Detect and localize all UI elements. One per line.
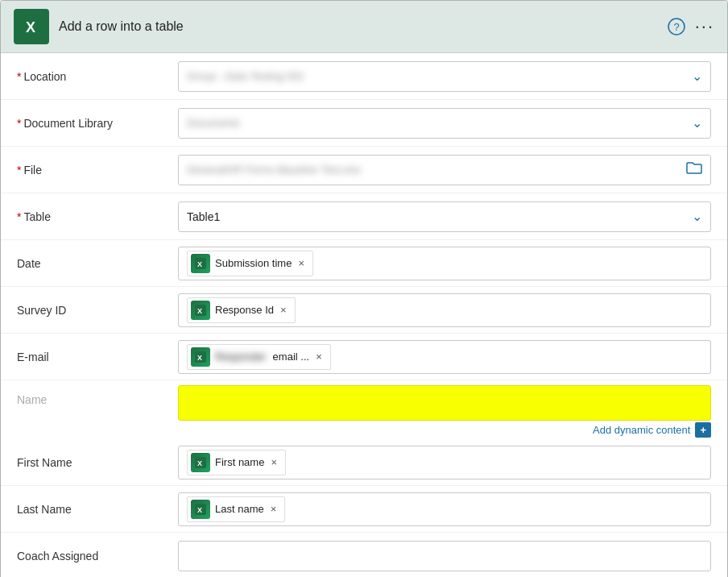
last-name-tag-icon: X [191,500,210,519]
file-value: General/HR Forms Baseline Test.xlsx [187,164,361,176]
svg-text:X: X [197,307,202,315]
date-tag-close[interactable]: × [298,257,304,269]
last-name-tag: X Last name × [187,496,285,522]
location-label: *Location [17,70,178,83]
email-tag: X Responder email ... × [187,344,331,370]
first-name-tag-close[interactable]: × [271,456,277,468]
name-label: Name [17,385,178,406]
table-required: * [17,210,21,223]
content: *Location Group - Data Testing 001 ⌄ *Do… [1,53,727,577]
date-field[interactable]: X Submission time × [178,247,711,280]
excel-icon: X [14,9,49,44]
add-dynamic-button[interactable]: + [695,422,711,438]
first-name-row: First Name X First name × [1,439,727,486]
first-name-tag-label: First name [215,456,264,468]
coach-assigned-field[interactable] [178,541,711,571]
last-name-label: Last Name [17,503,178,516]
document-library-label: *Document Library [17,117,178,130]
table-field[interactable]: Table1 ⌄ [178,201,711,232]
email-row: E-mail X Responder email ... × [1,334,727,380]
first-name-label: First Name [17,456,178,469]
email-label: E-mail [17,351,178,363]
coach-assigned-row: Coach Assigned [1,533,727,577]
svg-text:X: X [197,354,202,362]
location-required: * [17,70,21,83]
last-name-field[interactable]: X Last name × [178,492,711,526]
survey-id-row: Survey ID X Response Id × [1,287,727,334]
file-folder-icon[interactable] [686,160,702,179]
document-library-field[interactable]: Documents ⌄ [178,108,711,139]
survey-id-tag-close[interactable]: × [280,304,287,316]
file-field[interactable]: General/HR Forms Baseline Test.xlsx [178,155,711,185]
document-library-value: Documents [187,117,240,129]
header-title: Add a row into a table [59,19,184,34]
add-dynamic-row: Add dynamic content + [1,421,727,439]
header-left: X Add a row into a table [14,9,184,44]
add-dynamic-content-link[interactable]: Add dynamic content [593,424,690,436]
survey-id-tag-label: Response Id [215,304,274,316]
table-value: Table1 [187,210,220,223]
date-tag-label: Submission time [215,257,292,269]
email-tag-prefix: Responder [215,351,267,363]
header: X Add a row into a table ? ··· [1,1,727,53]
name-field[interactable] [178,385,711,421]
survey-id-field[interactable]: X Response Id × [178,293,711,327]
help-icon[interactable]: ? [668,18,685,35]
file-required: * [17,164,21,176]
svg-text:X: X [197,459,202,467]
table-row: *Table Table1 ⌄ [1,193,727,240]
date-tag: X Submission time × [187,251,313,276]
location-field[interactable]: Group - Data Testing 001 ⌄ [178,61,711,92]
date-row: Date X Submission time × [1,240,727,287]
survey-id-tag: X Response Id × [187,297,296,323]
email-field[interactable]: X Responder email ... × [178,340,711,374]
dialog: X Add a row into a table ? ··· *Location… [0,0,728,577]
name-row: Name [1,380,727,421]
survey-id-label: Survey ID [17,304,178,317]
email-tag-close[interactable]: × [316,351,322,363]
first-name-tag-icon: X [191,453,210,472]
file-label: *File [17,164,178,176]
document-library-row: *Document Library Documents ⌄ [1,100,727,147]
file-row: *File General/HR Forms Baseline Test.xls… [1,147,727,193]
email-tag-label: email ... [273,351,310,363]
date-label: Date [17,257,178,270]
svg-text:X: X [197,260,202,268]
first-name-tag: X First name × [187,450,286,475]
location-row: *Location Group - Data Testing 001 ⌄ [1,53,727,100]
header-right: ? ··· [668,16,714,37]
document-library-dropdown-arrow[interactable]: ⌄ [692,115,702,131]
first-name-field[interactable]: X First name × [178,446,711,479]
svg-text:X: X [26,19,35,35]
svg-text:X: X [197,506,202,514]
svg-text:?: ? [673,21,679,33]
date-tag-icon: X [191,254,210,273]
table-label: *Table [17,210,178,223]
doc-lib-required: * [17,117,21,130]
table-dropdown-arrow[interactable]: ⌄ [692,209,702,224]
survey-id-tag-icon: X [191,301,210,320]
email-tag-icon: X [191,347,210,367]
last-name-tag-close[interactable]: × [271,503,277,515]
coach-assigned-label: Coach Assigned [17,550,178,562]
location-value: Group - Data Testing 001 [187,70,304,82]
more-menu-icon[interactable]: ··· [695,16,714,37]
last-name-tag-label: Last name [215,503,264,515]
last-name-row: Last Name X Last name × [1,486,727,533]
location-dropdown-arrow[interactable]: ⌄ [692,68,702,84]
